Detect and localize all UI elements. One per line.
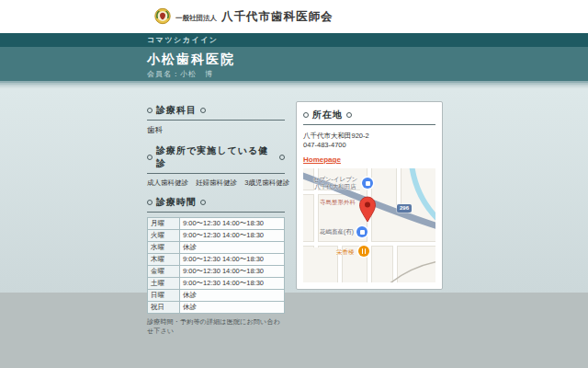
clinic-title-band: 小松歯科医院 会員名：小松 博 [0, 47, 588, 81]
clinic-info-column: 診療科目 歯科 診療所で実施している健診 成人歯科健診 妊婦歯科健診 3歳児歯科… [147, 104, 285, 336]
clinic-phone: 047-483-4700 [303, 141, 435, 150]
main-content: 診療科目 歯科 診療所で実施している健診 成人歯科健診 妊婦歯科健診 3歳児歯科… [0, 90, 588, 293]
site-header: 一般社団法人 八千代市歯科医師会 [0, 0, 588, 33]
homepage-link[interactable]: Homepage [303, 155, 341, 164]
map-label-restaurant: 栄香楼 [336, 248, 355, 256]
page-title: 小松歯科医院 [147, 52, 235, 68]
day-cell: 水曜 [148, 242, 180, 254]
table-row: 水曜 休診 [148, 242, 285, 254]
table-row: 金曜 9:00〜12:30 14:00〜18:30 [148, 266, 285, 278]
clinic-detail-page: 一般社団法人 八千代市歯科医師会 コマツシカイイン 小松歯科医院 会員名：小松 … [0, 0, 588, 368]
time-cell: 休診 [180, 290, 285, 302]
time-cell: 9:00〜12:30 14:00〜18:30 [180, 266, 285, 278]
hours-heading: 診療時間 [147, 196, 285, 213]
map-label-line: セブン-イレブン [309, 176, 362, 183]
hours-note: 診療時間・予約等の詳細は医院にお問い合わせ下さい [147, 317, 285, 336]
clinic-kana-strip: コマツシカイイン [0, 33, 588, 47]
table-row: 火曜 9:00〜12:30 14:00〜18:30 [148, 230, 285, 242]
time-cell: 9:00〜12:30 14:00〜18:30 [180, 218, 285, 230]
heading-dot [147, 155, 153, 160]
company-poi-icon [356, 226, 368, 237]
table-row: 月曜 9:00〜12:30 14:00〜18:30 [148, 218, 285, 230]
day-cell: 祝日 [148, 302, 180, 314]
clinic-kana: コマツシカイイン [147, 33, 588, 47]
day-cell: 土曜 [148, 278, 180, 290]
day-cell: 日曜 [148, 290, 180, 302]
checkup-item: 3歳児歯科健診 [244, 178, 289, 187]
heading-dot [147, 200, 153, 205]
checkup-items: 成人歯科健診 妊婦歯科健診 3歳児歯科健診 [147, 178, 285, 188]
departments-value: 歯科 [147, 125, 285, 136]
route-296-shield: 296 [397, 204, 412, 213]
store-poi-icon [362, 178, 373, 189]
departments-heading: 診療科目 [147, 104, 285, 121]
location-box: 所在地 八千代市大和田920-2 047-483-4700 Homepage [296, 101, 443, 290]
office-hours-table: 月曜 9:00〜12:30 14:00〜18:30 火曜 9:00〜12:30 … [147, 217, 285, 314]
map-label-convenience-store: セブン-イレブン 八千代大和田店 [309, 176, 362, 190]
day-cell: 火曜 [148, 230, 180, 242]
location-map[interactable]: セブン-イレブン 八千代大和田店 寺島整形外科 296 花嶋畜産(有) 栄香楼 [303, 168, 435, 282]
day-cell: 木曜 [148, 254, 180, 266]
time-cell: 9:00〜12:30 14:00〜18:30 [180, 254, 285, 266]
checkup-item: 成人歯科健診 [147, 178, 188, 187]
time-cell: 休診 [180, 302, 285, 314]
time-cell: 9:00〜12:30 14:00〜18:30 [180, 278, 285, 290]
heading-dot [279, 155, 285, 160]
heading-dot [303, 112, 309, 118]
heading-dot [200, 108, 206, 113]
time-cell: 9:00〜12:30 14:00〜18:30 [180, 230, 285, 242]
table-row: 木曜 9:00〜12:30 14:00〜18:30 [148, 254, 285, 266]
clinic-address: 八千代市大和田920-2 [303, 132, 435, 141]
member-name: 会員名：小松 博 [147, 69, 213, 79]
table-row: 日曜 休診 [148, 290, 285, 302]
departments-heading-label: 診療科目 [156, 104, 197, 117]
heading-dot [200, 200, 206, 205]
band-fade-divider [0, 81, 588, 90]
map-label-hospital: 寺島整形外科 [320, 199, 356, 206]
time-cell: 休診 [180, 242, 285, 254]
table-row: 祝日 休診 [148, 302, 285, 314]
location-heading: 所在地 [303, 109, 435, 125]
checkup-item: 妊婦歯科健診 [196, 178, 237, 187]
org-home-link[interactable]: 一般社団法人 八千代市歯科医師会 [154, 7, 334, 25]
table-row: 土曜 9:00〜12:30 14:00〜18:30 [148, 278, 285, 290]
heading-dot [147, 108, 153, 113]
hours-heading-label: 診療時間 [156, 196, 197, 209]
day-cell: 金曜 [148, 266, 180, 278]
day-cell: 月曜 [148, 218, 180, 230]
restaurant-poi-icon [358, 246, 369, 257]
heading-dot [346, 112, 352, 118]
map-label-company: 花嶋畜産(有) [320, 228, 354, 236]
checkups-heading-label: 診療所で実施している健診 [156, 144, 276, 170]
association-logo-icon [154, 7, 171, 25]
map-label-line: 八千代大和田店 [309, 183, 362, 190]
checkups-heading: 診療所で実施している健診 [147, 144, 285, 174]
org-name: 八千代市歯科医師会 [221, 9, 334, 25]
location-heading-label: 所在地 [312, 109, 343, 121]
org-prefix: 一般社団法人 [175, 14, 217, 25]
